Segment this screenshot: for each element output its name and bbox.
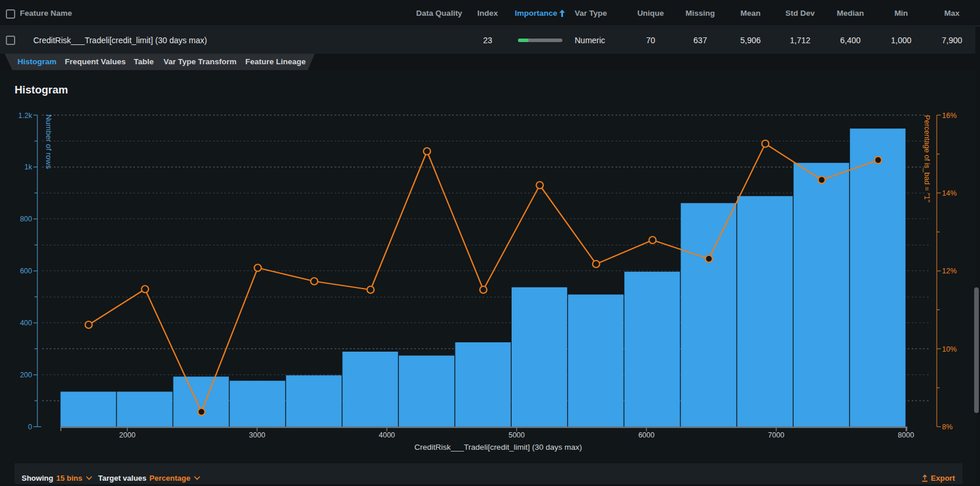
svg-text:Number of rows: Number of rows [44, 114, 53, 169]
svg-text:0: 0 [28, 423, 32, 431]
svg-text:CreditRisk___Tradeli[credit_li: CreditRisk___Tradeli[credit_limit] (30 d… [415, 443, 582, 452]
svg-text:2000: 2000 [119, 431, 135, 439]
svg-text:4000: 4000 [378, 431, 395, 439]
svg-text:Percentage of is_bad = "1": Percentage of is_bad = "1" [923, 115, 931, 202]
svg-text:16%: 16% [942, 112, 957, 120]
svg-text:200: 200 [20, 371, 32, 379]
svg-text:1.2k: 1.2k [18, 112, 32, 120]
svg-text:7000: 7000 [768, 431, 784, 439]
svg-text:10%: 10% [942, 345, 957, 353]
svg-text:3000: 3000 [249, 431, 265, 439]
svg-text:800: 800 [20, 215, 32, 223]
svg-text:600: 600 [20, 267, 32, 275]
svg-text:400: 400 [20, 319, 32, 327]
svg-text:6000: 6000 [638, 431, 655, 439]
svg-text:1k: 1k [25, 163, 33, 171]
svg-text:8%: 8% [942, 423, 953, 431]
svg-text:12%: 12% [942, 267, 957, 275]
svg-text:5000: 5000 [509, 431, 525, 439]
svg-text:14%: 14% [942, 189, 957, 197]
svg-text:8000: 8000 [898, 431, 914, 439]
